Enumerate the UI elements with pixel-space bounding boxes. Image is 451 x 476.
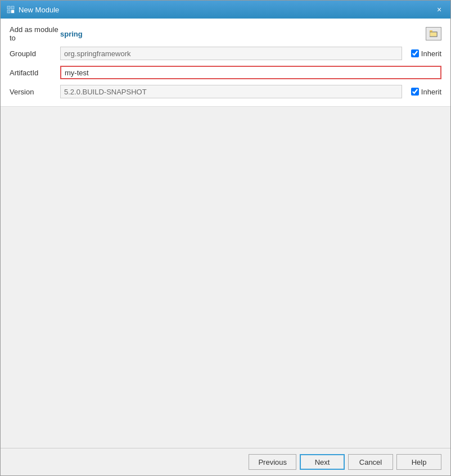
dialog-body: Add as module to spring GroupId (1, 19, 450, 475)
artifact-id-row: ArtifactId (10, 65, 441, 80)
svg-rect-1 (11, 6, 14, 9)
group-id-row: GroupId Inherit (10, 46, 441, 61)
svg-rect-3 (11, 10, 14, 13)
add-as-module-value-container: spring (60, 27, 441, 40)
form-area: Add as module to spring GroupId (1, 19, 450, 107)
version-label: Version (10, 88, 60, 96)
svg-rect-2 (7, 10, 10, 13)
module-icon (6, 5, 15, 14)
group-id-inherit-label: Inherit (421, 49, 441, 58)
help-button[interactable]: Help (396, 454, 441, 470)
version-input[interactable] (60, 85, 402, 98)
dialog-title: New Module (19, 6, 59, 14)
artifact-id-label: ArtifactId (10, 69, 60, 77)
next-button[interactable]: Next (300, 454, 345, 470)
new-module-dialog: New Module × Add as module to spring (0, 0, 451, 476)
group-id-label: GroupId (10, 49, 60, 58)
add-as-module-row: Add as module to spring (10, 25, 441, 42)
artifact-id-input-container (60, 66, 441, 79)
group-id-input[interactable] (60, 47, 402, 60)
browse-button[interactable] (426, 27, 441, 40)
group-id-input-container: Inherit (60, 47, 441, 60)
add-as-module-value: spring (60, 30, 421, 38)
title-bar-left: New Module (6, 5, 59, 14)
content-area (1, 107, 450, 448)
group-id-inherit-checkbox[interactable] (411, 49, 419, 57)
version-row: Version Inherit (10, 84, 441, 99)
svg-rect-6 (430, 32, 437, 37)
version-inherit-container: Inherit (411, 88, 441, 96)
group-id-inherit-container: Inherit (411, 49, 441, 58)
title-bar: New Module × (1, 1, 450, 19)
version-inherit-checkbox[interactable] (411, 88, 419, 96)
add-as-module-label: Add as module to (10, 25, 60, 42)
version-inherit-label: Inherit (421, 88, 441, 96)
previous-button[interactable]: Previous (249, 454, 296, 470)
svg-rect-0 (7, 6, 10, 9)
bottom-bar: Previous Next Cancel Help (1, 448, 450, 475)
artifact-id-input[interactable] (60, 66, 441, 79)
cancel-button[interactable]: Cancel (348, 454, 393, 470)
version-input-container: Inherit (60, 85, 441, 98)
close-button[interactable]: × (434, 4, 445, 15)
